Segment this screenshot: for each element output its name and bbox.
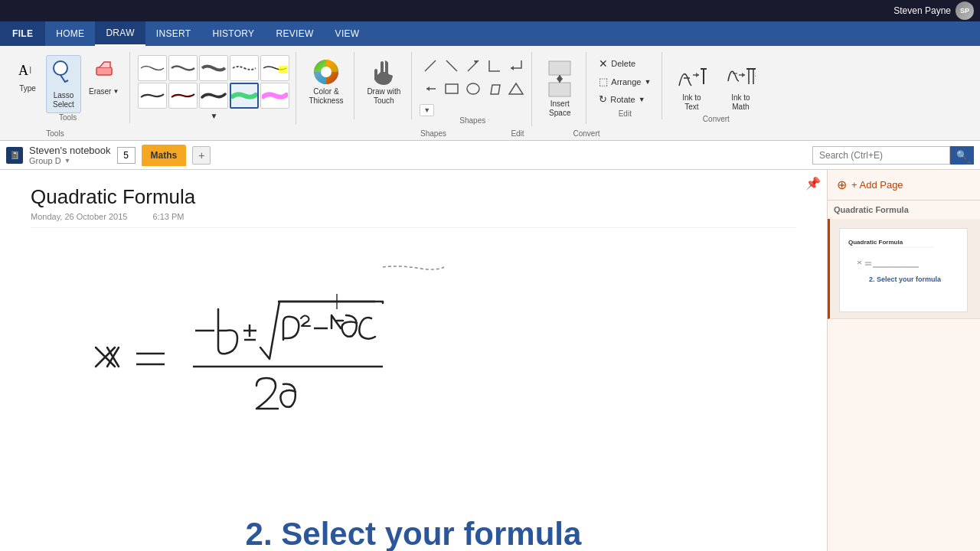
arrange-label: Arrange (611, 77, 641, 86)
color-wheel-icon (312, 58, 340, 87)
pages-header: Quadratic Formula (828, 201, 980, 219)
pen-item-2[interactable] (199, 55, 228, 81)
svg-marker-11 (511, 66, 514, 70)
formula-svg (54, 248, 666, 478)
shape-back-arrow[interactable] (420, 78, 441, 99)
svg-marker-27 (742, 73, 745, 77)
shape-rectangle[interactable] (441, 78, 462, 99)
insert-space-group: InsertSpace (534, 52, 586, 124)
eraser-icon (93, 58, 115, 84)
shape-right-angle[interactable] (484, 55, 505, 77)
notebook-bar: 📓 Steven's notebook Group D ▼ 5 Maths + … (0, 141, 980, 170)
pen-item-1[interactable] (168, 55, 198, 81)
eraser-label: Eraser (89, 87, 111, 96)
svg-text:2. Select your formula: 2. Select your formula (869, 276, 942, 283)
shapes-group-label-bottom: Shapes (380, 129, 487, 138)
type-tool[interactable]: AI Type (12, 55, 43, 96)
svg-rect-3 (96, 67, 112, 75)
draw-touch-icon (370, 58, 397, 87)
shape-arrow-return[interactable] (505, 55, 527, 77)
shape-triangle[interactable] (505, 78, 527, 99)
lasso-icon (51, 59, 76, 90)
username-label: Steven Payne (893, 5, 951, 16)
tab-home[interactable]: HOME (45, 21, 95, 46)
pens-group: ▼ (132, 52, 296, 125)
tab-file[interactable]: FILE (0, 21, 45, 46)
page-date-text: Monday, 26 October 2015 (31, 212, 127, 221)
svg-marker-21 (557, 75, 563, 79)
svg-rect-13 (446, 84, 458, 93)
draw-touch-btn[interactable]: Draw withTouch (362, 55, 405, 109)
add-section-btn[interactable]: + (192, 146, 211, 165)
arrange-dropdown-icon[interactable]: ▼ (644, 78, 651, 86)
svg-text:I: I (29, 65, 31, 76)
tools-group-label-bottom: Tools (6, 129, 104, 138)
lasso-label: LassoSelect (53, 91, 74, 109)
pen-item-4[interactable] (260, 55, 289, 81)
tab-draw[interactable]: DRAW (95, 21, 145, 46)
pin-icon[interactable]: 📌 (805, 176, 821, 191)
tab-insert[interactable]: INSERT (145, 21, 202, 46)
svg-line-8 (446, 60, 457, 71)
pen-item-8[interactable] (230, 83, 259, 109)
section-tab-maths[interactable]: Maths (142, 145, 187, 166)
draw-touch-label: Draw withTouch (367, 87, 400, 106)
pages-list: Quadratic Formula 2. Select your formula (828, 219, 980, 551)
svg-rect-18 (549, 83, 570, 96)
page-thumbnail-0[interactable]: Quadratic Formula 2. Select your formula (828, 219, 980, 319)
delete-btn[interactable]: ✕ Delete (594, 55, 640, 72)
svg-text:Quadratic Formula: Quadratic Formula (848, 239, 903, 246)
minimize-ribbon-btn[interactable]: ⌃ (965, 159, 974, 171)
arrange-btn[interactable]: ⬚ Arrange ▼ (594, 73, 655, 90)
lasso-tool[interactable]: LassoSelect (46, 55, 81, 113)
shapes-more-btn[interactable]: ▼ (420, 104, 434, 116)
convert-label: Convert (703, 115, 730, 125)
pen-gallery-scroll[interactable]: ▼ (206, 110, 221, 122)
rotate-dropdown-icon[interactable]: ▼ (639, 96, 645, 103)
ink-to-text-btn[interactable]: Ink toText (670, 55, 713, 115)
svg-text:2: 2 (755, 71, 756, 78)
pen-item-5[interactable] (138, 83, 167, 109)
pen-item-6[interactable] (168, 83, 198, 109)
type-icon: AI (17, 58, 38, 83)
eraser-tool[interactable]: Eraser ▼ (84, 55, 123, 99)
shapes-label: Shapes (459, 116, 485, 126)
rotate-label: Rotate (610, 95, 635, 104)
svg-marker-16 (509, 83, 523, 94)
shape-parallelogram[interactable] (484, 78, 505, 99)
ink-to-text-label: Ink toText (682, 93, 701, 112)
svg-point-6 (321, 67, 332, 77)
drawing-canvas (31, 240, 796, 500)
ribbon-tabs: FILE HOME DRAW INSERT HISTORY REVIEW VIE… (0, 21, 980, 46)
rotate-btn[interactable]: ↻ Rotate ▼ (594, 91, 649, 107)
shapes-group: ▼ Shapes (413, 52, 532, 126)
tab-review[interactable]: REVIEW (265, 21, 324, 46)
eraser-dropdown-icon[interactable]: ▼ (113, 88, 119, 95)
edit-group-label-bottom: Edit (487, 129, 548, 138)
search-box: 🔍 (812, 146, 974, 165)
tools-label: Tools (59, 113, 77, 123)
pen-item-0[interactable] (138, 55, 167, 81)
ink-to-text-icon (676, 58, 707, 93)
shape-diagonal-tl[interactable] (420, 55, 441, 77)
ink-to-math-btn[interactable]: 2 Ink toMath (719, 55, 762, 115)
tab-view[interactable]: VIEW (325, 21, 371, 46)
pen-item-7[interactable] (199, 83, 228, 109)
rotate-icon: ↻ (599, 93, 607, 105)
edit-group: ✕ Delete ⬚ Arrange ▼ ↻ Rotate ▼ Edit (588, 52, 662, 119)
shape-arrow-up[interactable] (462, 55, 484, 77)
shape-diagonal-tr[interactable] (441, 55, 462, 77)
insert-space-icon (546, 60, 573, 99)
notebook-nav: 5 (117, 147, 136, 164)
pens-group-label-bottom (104, 129, 296, 138)
notebook-group-dropdown[interactable]: ▼ (64, 157, 71, 165)
pen-item-9[interactable] (260, 83, 289, 109)
insert-space-btn[interactable]: InsertSpace (540, 55, 580, 122)
right-sidebar: ⊕ + Add Page Quadratic Formula Quadratic… (827, 170, 980, 551)
search-input[interactable] (812, 146, 950, 165)
shape-ellipse[interactable] (462, 78, 484, 99)
color-thickness-btn[interactable]: Color &Thickness (304, 55, 348, 109)
tab-history[interactable]: HISTORY (201, 21, 265, 46)
pen-item-3[interactable] (230, 55, 259, 81)
add-page-btn[interactable]: ⊕ + Add Page (828, 170, 980, 201)
